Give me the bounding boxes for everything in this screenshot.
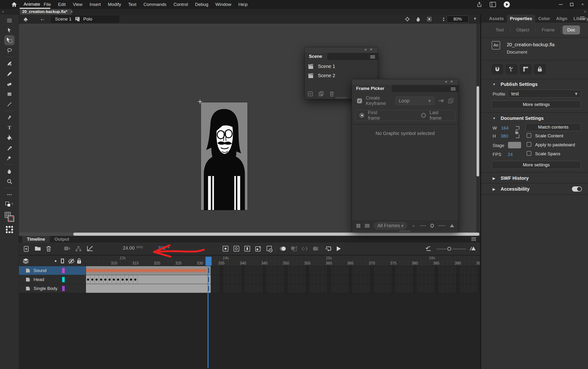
menu-item-help[interactable]: Help (235, 0, 251, 9)
keyframe-cell[interactable] (107, 275, 112, 284)
hand-tool-icon[interactable] (416, 16, 421, 22)
snap-align-button[interactable] (506, 64, 517, 74)
tab-assets[interactable]: Assets (486, 15, 507, 23)
frame-picker-close-icon[interactable]: × (451, 80, 456, 83)
zoom-tool[interactable] (4, 176, 15, 186)
insert-keyframe-button[interactable] (222, 246, 229, 252)
subselection-tool[interactable] (4, 35, 15, 45)
frame-picker-tab[interactable]: Frame Picker (352, 85, 392, 92)
stage-canvas[interactable] (201, 102, 247, 210)
layers-stack-icon[interactable] (23, 258, 29, 264)
thumbnail-slider-knob[interactable] (430, 224, 434, 228)
height-value[interactable]: 380 (501, 133, 508, 139)
list-view-icon[interactable] (365, 224, 370, 228)
insert-frame-button[interactable] (244, 246, 250, 252)
delete-scene-icon[interactable] (329, 91, 334, 97)
match-contents-button[interactable]: Match contents (526, 123, 581, 131)
tab-align[interactable]: Align (553, 15, 570, 23)
eyedropper-tool[interactable] (4, 143, 15, 153)
document-tab[interactable]: 20_creation-backup.fla* × (20, 9, 72, 15)
thumbnail-slider-track2[interactable] (438, 225, 446, 226)
layer-outline-swatch[interactable] (62, 268, 65, 273)
edit-scene-icon[interactable]: ♣ (24, 16, 28, 23)
timeline-frames-area[interactable]: 3103153203253303353403453503553603653703… (86, 256, 480, 369)
breadcrumb-symbol[interactable]: Polo (83, 17, 92, 22)
layer-outline-swatch[interactable] (62, 286, 65, 291)
accessibility-toggle[interactable] (572, 186, 582, 192)
workspace-icon[interactable] (490, 2, 496, 7)
free-transform-tool[interactable] (4, 224, 15, 235)
width-value[interactable]: 164 (501, 125, 509, 131)
document-tab-close-icon[interactable]: × (71, 10, 73, 14)
edit-multiple-frames-button[interactable] (290, 246, 298, 252)
graph-editor-button[interactable] (86, 246, 93, 252)
keyframe-cell[interactable] (95, 275, 99, 284)
color-swap-widget[interactable] (4, 210, 15, 224)
home-icon[interactable] (11, 2, 17, 7)
keyframe-cell[interactable] (112, 275, 116, 284)
last-frame-radio[interactable] (421, 113, 426, 118)
paint-bucket-tool[interactable] (4, 133, 15, 143)
scene-close-icon[interactable]: × (370, 47, 376, 51)
scene-panel-resize-grip[interactable] (336, 97, 347, 99)
accessibility-header[interactable]: ▶ Accessibility (493, 186, 529, 192)
maximize-button[interactable] (566, 0, 577, 9)
minimize-button[interactable] (556, 0, 566, 9)
pen-tool[interactable] (4, 112, 15, 123)
keyframe-cell[interactable] (129, 275, 133, 284)
scale-spans-checkbox[interactable] (527, 151, 531, 156)
auto-keyframe-button[interactable]: A (255, 246, 262, 252)
stage-vertical-scrollbar[interactable] (476, 24, 479, 232)
keyframe-cell[interactable] (90, 275, 95, 284)
stage-horizontal-scrollbar[interactable] (19, 232, 480, 236)
timeline-tab-timeline[interactable]: Timeline (22, 236, 50, 243)
anchor-markers-button[interactable] (312, 246, 319, 252)
layer-row-head[interactable]: Head (19, 275, 86, 284)
breadcrumb-scene[interactable]: Scene 1 (55, 17, 72, 22)
rectangle-tool[interactable] (4, 89, 15, 99)
zoom-step-down-icon[interactable]: ▾ (443, 19, 444, 22)
apply-pasteboard-checkbox[interactable] (527, 142, 531, 147)
snap-magnet-button[interactable] (492, 64, 503, 74)
hand-tool[interactable] (4, 166, 15, 176)
vscroll-thumb[interactable] (477, 86, 479, 176)
layer-row-sound[interactable]: Sound (19, 266, 86, 275)
duplicate-symbol-icon[interactable] (448, 98, 454, 103)
back-arrow-icon[interactable]: ← (40, 15, 45, 22)
keyframe-cell[interactable] (103, 275, 107, 284)
zoom-level-select[interactable]: 80% (447, 16, 469, 23)
menu-item-debug[interactable]: Debug (191, 0, 212, 9)
line-tool[interactable] (4, 99, 15, 109)
subtab-frame[interactable]: Frame (537, 25, 559, 34)
collapse-left-dock-icon[interactable]: « (2, 10, 4, 14)
timeline-ruler[interactable]: 3103153203253303353403453503553603653703… (86, 256, 480, 266)
hide-column-icon[interactable] (68, 258, 75, 264)
scene-panel-menu-icon[interactable] (370, 55, 375, 56)
menu-item-edit[interactable]: Edit (54, 0, 69, 9)
current-frame-display[interactable]: 332 (158, 245, 166, 251)
loop-playback-button[interactable] (325, 246, 332, 252)
properties-panel-menu-icon[interactable] (580, 17, 585, 17)
keyframe-cell[interactable] (116, 275, 120, 284)
grid-view-icon[interactable] (356, 223, 361, 229)
scene-panel-tab[interactable]: Scene (305, 53, 327, 60)
layer-row-single-body[interactable]: Single Body (19, 284, 86, 293)
lasso-tool[interactable] (4, 45, 15, 55)
thumbnail-slider-track[interactable] (420, 225, 426, 226)
play-button[interactable] (336, 246, 341, 252)
center-stage-icon[interactable] (405, 16, 410, 22)
stage-color-swatch[interactable] (508, 142, 521, 149)
menu-item-modify[interactable]: Modify (104, 0, 125, 9)
clip-content-icon[interactable] (427, 16, 432, 22)
highlight-column-icon[interactable] (55, 260, 56, 262)
frame-picker-collapse-icon[interactable]: « (445, 80, 451, 83)
fps-value[interactable]: 24 (508, 152, 513, 157)
rulers-button[interactable] (520, 64, 531, 74)
first-frame-radio[interactable] (360, 113, 364, 118)
keyframe-cell[interactable] (86, 275, 90, 284)
modify-markers-button[interactable] (301, 246, 308, 252)
classic-brush-tool[interactable] (4, 69, 15, 79)
add-camera-button[interactable] (64, 246, 70, 251)
timeline-zoom-track2[interactable] (452, 249, 466, 249)
menu-item-commands[interactable]: Commands (140, 0, 170, 9)
